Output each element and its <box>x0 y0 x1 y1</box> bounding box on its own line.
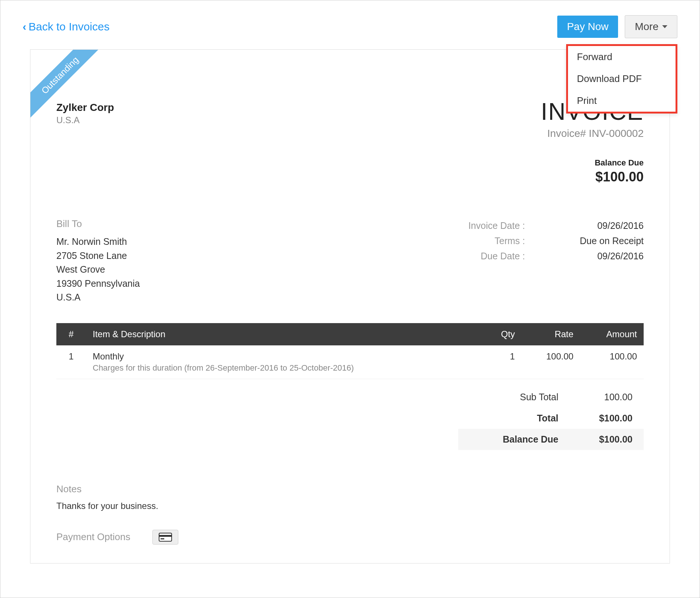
pay-now-button[interactable]: Pay Now <box>557 16 618 38</box>
notes-block: Notes Thanks for your business. <box>56 483 644 511</box>
menu-item-forward[interactable]: Forward <box>568 46 676 68</box>
menu-item-print[interactable]: Print <box>568 90 676 112</box>
subtotal-label: Sub Total <box>458 387 569 408</box>
back-to-invoices-link[interactable]: ‹ Back to Invoices <box>23 20 109 33</box>
more-button[interactable]: More <box>625 15 677 38</box>
payment-options-label: Payment Options <box>56 531 130 543</box>
item-name: Monthly <box>93 351 476 362</box>
row-item: Monthly Charges for this duration (from … <box>86 345 482 379</box>
bill-to-block: Bill To Mr. Norwin Smith 2705 Stone Lane… <box>56 218 140 305</box>
back-link-label: Back to Invoices <box>29 20 109 33</box>
total-value: $100.00 <box>569 408 644 429</box>
more-dropdown: Forward Download PDF Print <box>566 44 677 114</box>
invoice-date-label: Invoice Date : <box>468 218 558 233</box>
notes-body: Thanks for your business. <box>56 501 644 511</box>
invoice-date-value: 09/26/2016 <box>558 218 644 233</box>
menu-item-download-pdf[interactable]: Download PDF <box>568 68 676 90</box>
due-date-label: Due Date : <box>468 249 558 264</box>
due-date-value: 09/26/2016 <box>558 249 644 264</box>
svg-rect-0 <box>159 533 172 541</box>
balance-due-value-top: $100.00 <box>56 169 644 185</box>
invoice-sheet: Outstanding Zylker Corp U.S.A INVOICE In… <box>30 49 670 564</box>
bill-to-name: Mr. Norwin Smith <box>56 235 140 249</box>
payment-options-block: Payment Options <box>56 530 644 545</box>
balance-due-value: $100.00 <box>569 429 644 450</box>
balance-due-label: Balance Due <box>458 429 569 450</box>
table-row: 1 Monthly Charges for this duration (fro… <box>56 345 644 379</box>
credit-card-icon[interactable] <box>152 530 178 545</box>
terms-value: Due on Receipt <box>558 233 644 249</box>
col-item: Item & Description <box>86 323 482 345</box>
col-amount: Amount <box>580 323 644 345</box>
invoice-number: Invoice# INV-000002 <box>541 128 644 139</box>
invoice-dates: Invoice Date : 09/26/2016 Terms : Due on… <box>468 218 644 264</box>
chevron-left-icon: ‹ <box>23 20 26 33</box>
terms-label: Terms : <box>468 233 558 249</box>
item-desc: Charges for this duration (from 26-Septe… <box>93 363 476 373</box>
totals-table: Sub Total 100.00 Total $100.00 Balance D… <box>458 387 644 450</box>
col-rate: Rate <box>522 323 580 345</box>
balance-due-label-top: Balance Due <box>56 158 644 168</box>
row-num: 1 <box>56 345 86 379</box>
bill-to-line1: 2705 Stone Lane <box>56 249 140 263</box>
card-svg-icon <box>159 533 172 542</box>
svg-rect-2 <box>161 538 164 539</box>
col-qty: Qty <box>482 323 522 345</box>
row-amount: 100.00 <box>580 345 644 379</box>
row-rate: 100.00 <box>522 345 580 379</box>
total-label: Total <box>458 408 569 429</box>
more-label: More <box>635 21 658 33</box>
bill-to-line3: 19390 Pennsylvania <box>56 277 140 291</box>
notes-label: Notes <box>56 483 644 495</box>
subtotal-value: 100.00 <box>569 387 644 408</box>
svg-rect-1 <box>159 535 172 537</box>
row-qty: 1 <box>482 345 522 379</box>
bill-to-line2: West Grove <box>56 263 140 277</box>
bill-to-country: U.S.A <box>56 290 140 305</box>
pay-now-label: Pay Now <box>567 21 608 32</box>
bill-to-label: Bill To <box>56 218 140 230</box>
company-country: U.S.A <box>56 115 114 125</box>
col-num: # <box>56 323 86 345</box>
line-items-table: # Item & Description Qty Rate Amount 1 M… <box>56 323 644 379</box>
caret-down-icon <box>662 25 667 28</box>
company-block: Zylker Corp U.S.A <box>56 102 114 125</box>
company-name: Zylker Corp <box>56 102 114 114</box>
